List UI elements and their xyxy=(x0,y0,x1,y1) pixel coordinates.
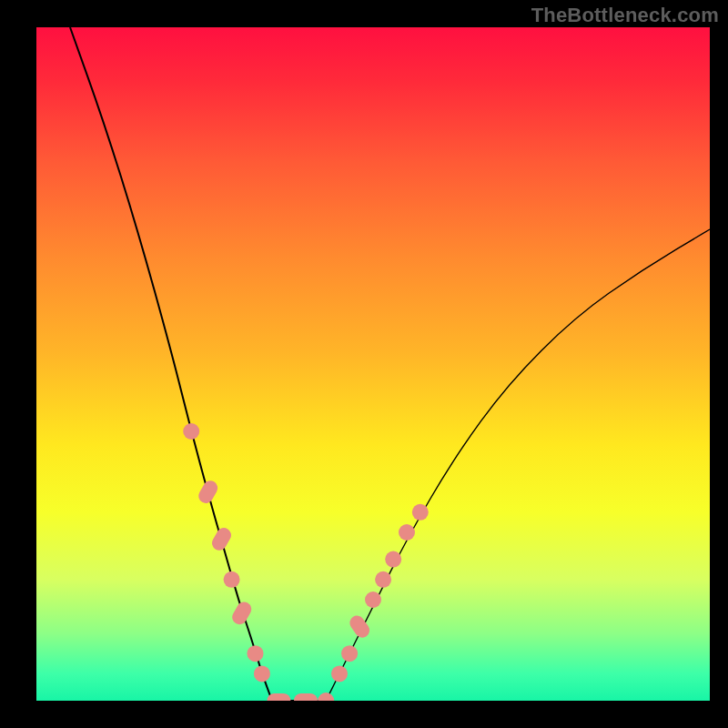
data-marker-pill xyxy=(294,693,318,701)
data-marker-pill xyxy=(229,600,254,628)
chart-frame: TheBottleneck.com xyxy=(0,0,728,728)
data-marker-dot xyxy=(183,423,199,440)
data-marker-dot xyxy=(399,524,415,541)
curve-right-branch xyxy=(326,229,710,701)
curve-left-branch xyxy=(70,27,272,701)
marker-group xyxy=(183,423,429,701)
data-marker-dot xyxy=(224,571,240,588)
data-marker-pill xyxy=(209,525,234,553)
data-marker-dot xyxy=(254,665,270,682)
curve-group xyxy=(70,27,710,701)
data-marker-dot xyxy=(331,665,348,682)
data-marker-dot xyxy=(341,645,358,662)
data-marker-dot xyxy=(385,551,401,568)
data-marker-dot xyxy=(412,504,429,521)
data-marker-dot xyxy=(375,571,391,588)
plot-area xyxy=(36,27,710,701)
data-marker-pill xyxy=(196,478,220,506)
data-marker-dot xyxy=(365,592,381,608)
data-marker-dot xyxy=(318,693,334,701)
chart-svg xyxy=(36,27,710,701)
data-marker-dot xyxy=(248,645,264,662)
watermark-text: TheBottleneck.com xyxy=(531,4,719,27)
data-marker-pill xyxy=(267,693,290,701)
